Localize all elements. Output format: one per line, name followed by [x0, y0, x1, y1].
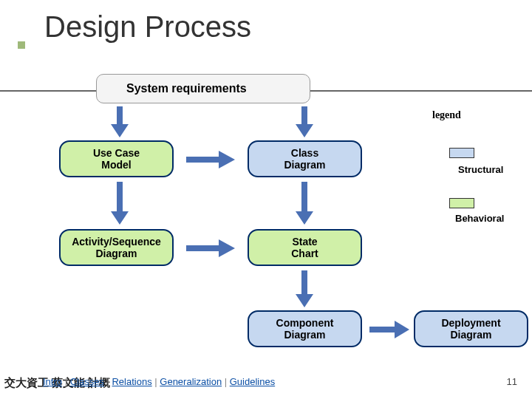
page-title: Design Process [0, 0, 532, 44]
arrow-down-icon [111, 182, 129, 225]
legend-swatch-structural [449, 148, 474, 158]
node-label: System requirements [126, 82, 247, 95]
node-label: Class Diagram [284, 147, 325, 171]
arrow-down-icon [296, 270, 313, 307]
crumb-classes[interactable]: Classes [70, 376, 104, 387]
node-label: Deployment Diagram [441, 317, 500, 341]
node-label: Component Diagram [276, 317, 334, 341]
arrow-right-icon [186, 239, 235, 257]
separator-icon: | [62, 376, 70, 387]
arrow-right-icon [186, 151, 235, 168]
node-label: State Chart [291, 236, 318, 259]
node-label: Use Case Model [93, 147, 140, 171]
node-system-requirements: System requirements [96, 74, 310, 103]
legend-title: legend [432, 109, 461, 121]
page-number: 11 [507, 376, 517, 387]
node-state-chart: State Chart [248, 229, 362, 266]
breadcrumb: Intro | Classes | Relations | Generaliza… [43, 376, 275, 387]
legend-swatch-behavioral [449, 198, 474, 208]
arrow-down-icon [111, 106, 129, 137]
node-deployment-diagram: Deployment Diagram [414, 310, 528, 347]
title-accent [18, 41, 25, 49]
crumb-generalization[interactable]: Generalization [160, 376, 222, 387]
node-label: Activity/Sequence Diagram [72, 236, 161, 259]
separator-icon: | [222, 376, 230, 387]
arrow-right-icon [369, 321, 409, 338]
crumb-intro[interactable]: Intro [43, 376, 62, 387]
crumb-relations[interactable]: Relations [112, 376, 151, 387]
node-use-case-model: Use Case Model [59, 140, 174, 177]
node-class-diagram: Class Diagram [248, 140, 362, 177]
crumb-guidelines[interactable]: Guidelines [230, 376, 275, 387]
node-activity-sequence: Activity/Sequence Diagram [59, 229, 174, 266]
legend-label-structural: Structural [458, 164, 503, 175]
node-component-diagram: Component Diagram [248, 310, 362, 347]
arrow-down-icon [296, 182, 313, 225]
separator-icon: | [152, 376, 160, 387]
arrow-down-icon [296, 106, 313, 137]
separator-icon: | [104, 376, 112, 387]
legend-label-behavioral: Behavioral [455, 213, 504, 224]
